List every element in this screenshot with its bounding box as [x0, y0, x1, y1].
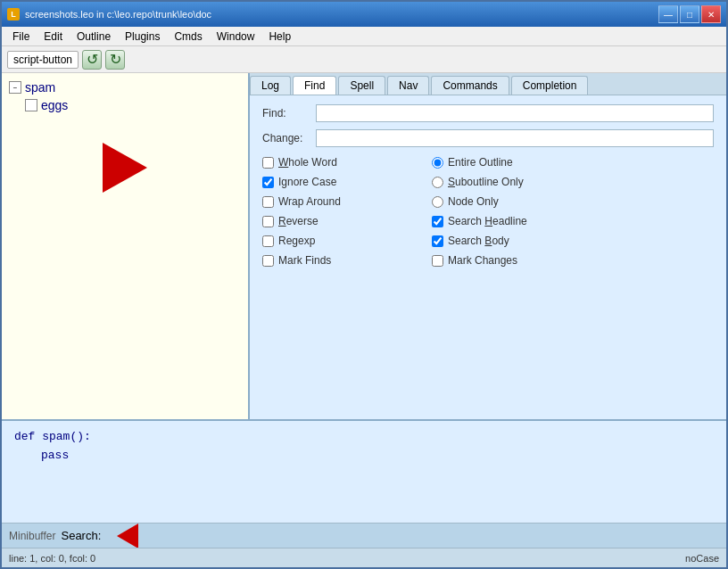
option-reverse: Reverse: [262, 213, 432, 229]
menu-cmds[interactable]: Cmds: [167, 29, 209, 45]
app-icon: L: [7, 8, 20, 21]
code-line-2: pass: [14, 447, 714, 466]
window-title: screenshots.leo in c:\leo.repo\trunk\leo…: [25, 9, 211, 20]
ignore-case-label[interactable]: Ignore Case: [278, 176, 336, 188]
option-mark-changes: Mark Changes: [432, 252, 714, 268]
suboutline-only-label[interactable]: Suboutline Only: [448, 176, 524, 188]
tab-spell[interactable]: Spell: [338, 76, 385, 95]
expand-icon-eggs[interactable]: [25, 99, 37, 111]
find-label: Find:: [262, 107, 316, 120]
reverse-checkbox[interactable]: [262, 216, 274, 227]
tree-panel: − spam eggs: [2, 73, 250, 419]
node-label-spam: spam: [25, 80, 55, 95]
reverse-label[interactable]: Reverse: [278, 215, 318, 227]
back-button[interactable]: ↺: [82, 50, 102, 70]
status-bar: line: 1, col: 0, fcol: 0 noCase: [2, 548, 726, 567]
wrap-around-label[interactable]: Wrap Around: [278, 195, 341, 208]
suboutline-only-radio[interactable]: [432, 177, 443, 188]
code-editor[interactable]: def spam(): pass: [2, 421, 726, 523]
toolbar: script-button ↺ ↻: [2, 46, 726, 73]
change-input[interactable]: [316, 129, 714, 147]
menu-help[interactable]: Help: [261, 29, 298, 45]
menu-outline[interactable]: Outline: [70, 29, 118, 45]
whole-word-checkbox[interactable]: [262, 157, 274, 169]
tab-nav[interactable]: Nav: [387, 76, 429, 95]
menu-bar: File Edit Outline Plugins Cmds Window He…: [2, 27, 726, 46]
option-wrap-around: Wrap Around: [262, 194, 432, 210]
tree-node-eggs[interactable]: eggs: [7, 96, 243, 114]
mini-arrow-left: [117, 524, 138, 548]
tab-log[interactable]: Log: [250, 76, 291, 95]
top-split: − spam eggs Log Find Spell: [2, 73, 726, 421]
tab-completion[interactable]: Completion: [511, 76, 589, 95]
option-entire-outline: Entire Outline: [432, 154, 714, 170]
menu-plugins[interactable]: Plugins: [118, 29, 167, 45]
tab-find[interactable]: Find: [293, 76, 336, 95]
change-label: Change:: [262, 132, 316, 144]
find-panel: Log Find Spell Nav Commands Completion F…: [250, 73, 726, 419]
change-row: Change:: [262, 129, 714, 147]
code-line-1: def spam():: [14, 428, 714, 447]
big-arrow-right: [103, 143, 147, 193]
whole-word-label[interactable]: Whole Word: [278, 156, 337, 169]
menu-edit[interactable]: Edit: [37, 29, 70, 45]
mark-changes-label[interactable]: Mark Changes: [448, 254, 517, 267]
status-left: line: 1, col: 0, fcol: 0: [9, 553, 95, 564]
minibuffer-label: Minibuffer: [9, 530, 55, 542]
close-button[interactable]: ✕: [701, 5, 721, 23]
entire-outline-label[interactable]: Entire Outline: [448, 156, 513, 169]
search-headline-label[interactable]: Search Headline: [448, 215, 527, 227]
maximize-button[interactable]: □: [680, 5, 699, 23]
minibuffer: Minibuffer Search:: [2, 523, 726, 548]
option-search-body: Search Body: [432, 233, 714, 249]
tab-commands[interactable]: Commands: [431, 76, 509, 95]
ignore-case-checkbox[interactable]: [262, 177, 274, 188]
mark-changes-checkbox[interactable]: [432, 255, 443, 267]
body-area: − spam eggs Log Find Spell: [2, 73, 726, 567]
option-search-headline: Search Headline: [432, 213, 714, 229]
tabs-bar: Log Find Spell Nav Commands Completion: [250, 73, 726, 95]
main-window: L screenshots.leo in c:\leo.repo\trunk\l…: [0, 0, 728, 569]
menu-file[interactable]: File: [5, 29, 37, 45]
arrow-container: [7, 114, 243, 221]
search-headline-checkbox[interactable]: [432, 216, 443, 227]
option-whole-word: Whole Word: [262, 154, 432, 170]
option-node-only: Node Only: [432, 194, 714, 210]
mark-finds-label[interactable]: Mark Finds: [278, 254, 331, 267]
node-only-radio[interactable]: [432, 196, 443, 208]
script-button-label[interactable]: script-button: [7, 51, 79, 69]
menu-window[interactable]: Window: [210, 29, 262, 45]
option-regexp: Regexp: [262, 233, 432, 249]
minimize-button[interactable]: —: [658, 5, 678, 23]
regexp-label[interactable]: Regexp: [278, 235, 315, 247]
title-bar-left: L screenshots.leo in c:\leo.repo\trunk\l…: [7, 8, 211, 21]
tree-node-spam[interactable]: − spam: [7, 78, 243, 96]
entire-outline-radio[interactable]: [432, 157, 443, 169]
node-label-eggs: eggs: [41, 98, 68, 112]
expand-icon-spam[interactable]: −: [9, 81, 21, 94]
find-input[interactable]: [316, 104, 714, 122]
status-right: noCase: [685, 553, 719, 564]
node-only-label[interactable]: Node Only: [448, 195, 499, 208]
title-bar-controls: — □ ✕: [658, 5, 721, 23]
option-ignore-case: Ignore Case: [262, 174, 432, 190]
search-body-label[interactable]: Search Body: [448, 235, 509, 247]
option-suboutline-only: Suboutline Only: [432, 174, 714, 190]
title-bar: L screenshots.leo in c:\leo.repo\trunk\l…: [2, 2, 726, 27]
minibuffer-content: Search:: [61, 529, 101, 542]
wrap-around-checkbox[interactable]: [262, 196, 274, 208]
find-content: Find: Change: Whole Word: [250, 95, 726, 419]
options-grid: Whole Word Entire Outline Ignore Case: [262, 154, 714, 268]
forward-button[interactable]: ↻: [105, 50, 125, 70]
mark-finds-checkbox[interactable]: [262, 255, 274, 267]
find-row: Find:: [262, 104, 714, 122]
search-body-checkbox[interactable]: [432, 235, 443, 247]
option-mark-finds: Mark Finds: [262, 252, 432, 268]
regexp-checkbox[interactable]: [262, 235, 274, 247]
